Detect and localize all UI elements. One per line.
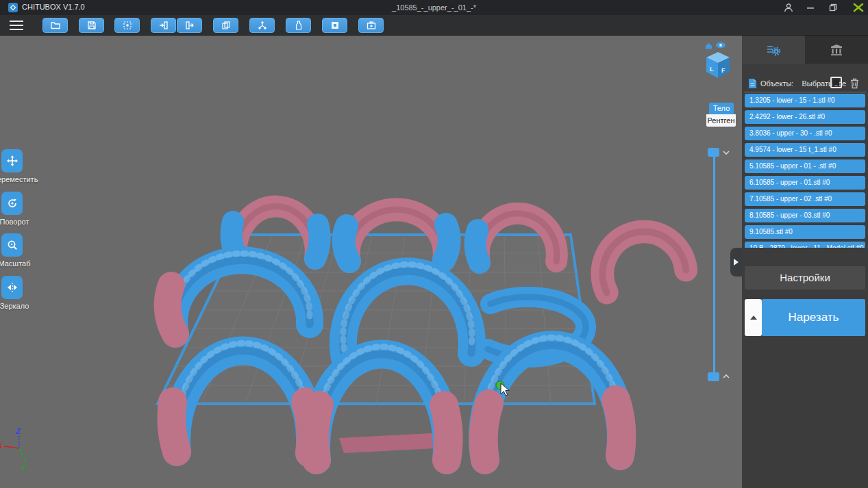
supports-pillars-icon [830,44,843,56]
tab-supports[interactable] [805,36,868,64]
select-all-checkbox[interactable] [830,77,842,88]
resin-bottle-icon [293,20,304,31]
resin-button[interactable] [286,18,311,33]
tab-object-settings[interactable] [742,36,805,64]
close-button[interactable] [847,0,868,15]
minimize-button[interactable] [799,0,822,15]
render-mode-xray-button[interactable]: Рентген [706,114,736,127]
render-mode-body-button[interactable]: Тело [709,103,734,114]
user-account-button[interactable] [777,0,800,15]
bounding-box-icon [122,20,133,31]
clip-slider-track[interactable] [713,152,715,376]
scene-canvas: Z X Y [0,36,742,488]
chevron-up-icon[interactable] [721,372,731,381]
document-icon [748,78,757,89]
open-file-button[interactable] [42,18,68,33]
rotate-tool-label: Поворот [0,218,37,226]
triangle-up-icon [750,316,757,320]
import-button[interactable] [151,18,176,33]
axis-gizmo: Z X Y [0,427,27,472]
restore-button[interactable] [821,0,845,15]
axis-x-label: X [0,441,3,450]
scale-icon [6,239,18,251]
move-icon [6,155,18,167]
object-list-item[interactable]: 10.B - 2879 - lower - 11 - Model.stl #0 [745,242,865,248]
clone-button[interactable] [213,18,238,33]
move-tool-label: Переместить [0,175,37,183]
objects-divider [744,92,866,92]
object-list-item[interactable]: 3.8036 - upper - 30 - .stl #0 [745,127,865,140]
clip-slider-bottom-handle[interactable] [708,372,719,381]
slice-options-button[interactable] [745,299,762,336]
export-icon [184,20,195,31]
save-icon [86,20,97,31]
dig-hole-button[interactable] [358,18,384,33]
view-cube-left-label: L [710,66,714,73]
mirror-icon [6,281,18,294]
home-view-icon[interactable] [706,43,712,49]
user-icon [784,3,793,12]
axis-y-label: Y [21,464,27,472]
panel-expander-button[interactable] [730,248,742,277]
scale-tool-button[interactable] [1,233,23,257]
clip-slider-top-handle[interactable] [708,148,719,157]
close-icon [852,3,865,12]
delete-icon[interactable] [850,77,860,89]
view-cube-front-label: F [721,67,726,74]
objects-label: Объекты: [760,79,793,88]
save-button[interactable] [79,18,104,33]
titlebar: CHITUBOX V1.7.0 _10585_-_upper_-_01_-* [0,0,868,15]
settings-list-icon [766,44,781,56]
menu-button[interactable] [10,21,23,30]
viewport-3d[interactable]: Z X Y Переместить Поворот [0,36,742,488]
objects-header: Объекты: Выбрать все [742,75,868,92]
right-panel-tabs [742,36,868,64]
restore-icon [828,3,838,12]
scale-tool-label: Масштаб [0,259,37,268]
mirror-tool-button[interactable] [1,276,23,299]
open-folder-icon [50,20,61,31]
object-list-item[interactable]: 2.4292 - lower - 26.stl #0 [745,110,865,124]
object-list-item[interactable]: 4.9574 - lower - 15 t_1.stl #0 [745,143,865,157]
object-list-item[interactable]: 9.10585.stl #0 [745,225,865,239]
object-list-item[interactable]: 1.3205 - lower - 15 - 1.stl #0 [745,94,865,107]
bounding-box-button[interactable] [114,18,140,33]
support-structure-icon [257,20,268,31]
hollow-button[interactable] [322,18,347,33]
visibility-icon[interactable] [716,42,726,49]
chevron-down-icon[interactable] [721,149,731,157]
dental-model-4[interactable] [593,222,687,292]
minimize-icon [806,3,815,12]
export-button[interactable] [177,18,202,33]
right-panel: Объекты: Выбрать все 1.3205 - lower - 15… [742,36,868,488]
chevron-right-icon [733,258,739,266]
objects-list: 1.3205 - lower - 15 - 1.stl #0 2.4292 - … [745,94,865,248]
support-button[interactable] [249,18,275,33]
object-list-item[interactable]: 8.10585 - upper - 03.stl #0 [745,209,865,222]
object-list-item[interactable]: 7.10585 - upper - 02 .stl #0 [745,192,865,206]
document-title: _10585_-_upper_-_01_-* [0,3,868,12]
chitubox-window: CHITUBOX V1.7.0 _10585_-_upper_-_01_-* [0,0,868,488]
axis-z-label: Z [15,427,21,435]
toolbar [0,15,868,36]
hollow-icon [330,20,340,31]
rotate-tool-button[interactable] [1,192,23,215]
mirror-tool-label: Зеркало [0,302,37,310]
dig-hole-icon [366,20,377,31]
slice-button[interactable]: Нарезать [762,299,865,336]
clone-icon [221,20,232,31]
view-cube[interactable]: L F [702,40,734,79]
object-list-item[interactable]: 6.10585 - upper - 01.stl #0 [745,176,865,190]
rotate-icon [6,197,18,209]
object-list-item[interactable]: 5.10585 - upper - 01 - .stl #0 [745,159,865,173]
settings-button[interactable]: Настройки [745,266,865,290]
import-icon [158,20,169,31]
move-tool-button[interactable] [1,149,23,172]
